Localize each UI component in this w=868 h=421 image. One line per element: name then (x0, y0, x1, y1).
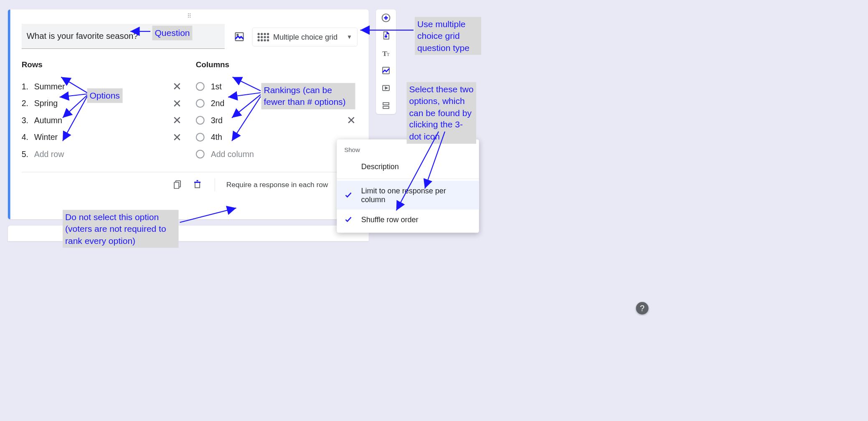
radio-icon (196, 150, 205, 159)
question-card: ⠿ Multiple choice grid ▼ Rows 1.Summer✕ … (8, 10, 369, 220)
question-input[interactable] (22, 24, 225, 49)
drag-handle-icon[interactable]: ⠿ (187, 13, 192, 20)
svg-rect-3 (174, 182, 179, 188)
popover-limit-column[interactable]: Limit to one response per column (337, 181, 479, 210)
remove-row-icon[interactable]: ✕ (171, 97, 183, 110)
require-row-label: Require a response in each row (226, 180, 328, 189)
row-label: Winter (34, 132, 167, 142)
add-question-icon[interactable] (381, 13, 391, 23)
delete-icon[interactable] (193, 179, 203, 190)
radio-icon (196, 133, 205, 142)
remove-row-icon[interactable]: ✕ (171, 114, 183, 127)
row-label: Autumn (34, 115, 167, 125)
popover-shuffle-rows[interactable]: Shuffle row order (337, 210, 479, 230)
question-type-select[interactable]: Multiple choice grid ▼ (252, 28, 358, 46)
svg-text:T: T (387, 52, 390, 57)
svg-rect-16 (383, 103, 389, 105)
remove-row-icon[interactable]: ✕ (171, 80, 183, 93)
columns-header: Columns (196, 60, 358, 69)
divider (337, 179, 479, 179)
annotation-usetype: Use multiple choice grid question type (415, 17, 481, 55)
radio-icon (196, 99, 205, 108)
card-footer: Require a response in each row (22, 172, 358, 197)
check-icon (344, 191, 353, 200)
rows-column: Rows 1.Summer✕ 2.Spring✕ 3.Autumn✕ 4.Win… (22, 60, 183, 162)
floating-toolbar: TT (376, 10, 396, 114)
annotation-rankings: Rankings (can be fewer than # options) (261, 83, 355, 109)
svg-rect-17 (383, 107, 389, 109)
options-popover: Show ✓ Description Limit to one response… (337, 139, 479, 233)
column-label: 4th (211, 132, 341, 142)
add-image-icon[interactable] (232, 30, 247, 44)
help-icon[interactable]: ? (636, 302, 649, 314)
add-row[interactable]: 5.Add row✕ (22, 146, 183, 163)
add-video-icon[interactable] (381, 84, 391, 93)
svg-point-1 (237, 34, 238, 36)
radio-icon (196, 116, 205, 125)
remove-column-icon[interactable]: ✕ (345, 114, 358, 127)
question-type-label: Multiple choice grid (273, 33, 342, 41)
columns-column: Columns 1st✕ 2nd✕ 3rd✕ 4th✕ Add column✕ (196, 60, 358, 162)
grid-body: Rows 1.Summer✕ 2.Spring✕ 3.Autumn✕ 4.Win… (22, 60, 358, 162)
divider (215, 178, 215, 191)
svg-marker-15 (385, 87, 387, 89)
add-title-icon[interactable]: TT (381, 48, 391, 58)
add-image-icon[interactable] (381, 66, 391, 76)
popover-item-label: Description (361, 162, 399, 171)
row-item[interactable]: 4.Winter✕ (22, 129, 183, 146)
popover-description[interactable]: ✓ Description (337, 157, 479, 177)
question-wrap (22, 24, 227, 49)
column-item[interactable]: 3rd✕ (196, 112, 358, 129)
add-row-label: Add row (34, 149, 167, 159)
annotation-dontselect: Do not select this option (voters are no… (63, 210, 179, 248)
radio-icon (196, 82, 205, 91)
chevron-down-icon: ▼ (347, 34, 352, 41)
check-icon (344, 215, 353, 224)
add-column[interactable]: Add column✕ (196, 146, 358, 163)
column-item[interactable]: 4th✕ (196, 129, 358, 146)
remove-row-icon[interactable]: ✕ (171, 131, 183, 144)
duplicate-icon[interactable] (173, 179, 183, 190)
svg-rect-4 (195, 182, 200, 188)
grid-icon (258, 33, 269, 41)
popover-item-label: Limit to one response per column (361, 186, 472, 204)
column-label: 3rd (211, 115, 341, 125)
import-questions-icon[interactable] (381, 31, 391, 41)
next-card-preview (8, 226, 369, 241)
add-column-label: Add column (211, 149, 341, 159)
annotation-options: Options (87, 89, 122, 103)
annotation-selecttwo: Select these two options, which can be f… (407, 82, 477, 144)
add-section-icon[interactable] (381, 101, 391, 111)
popover-item-label: Shuffle row order (361, 215, 419, 224)
row-item[interactable]: 3.Autumn✕ (22, 112, 183, 129)
rows-header: Rows (22, 60, 183, 69)
annotation-question: Question (152, 26, 193, 40)
